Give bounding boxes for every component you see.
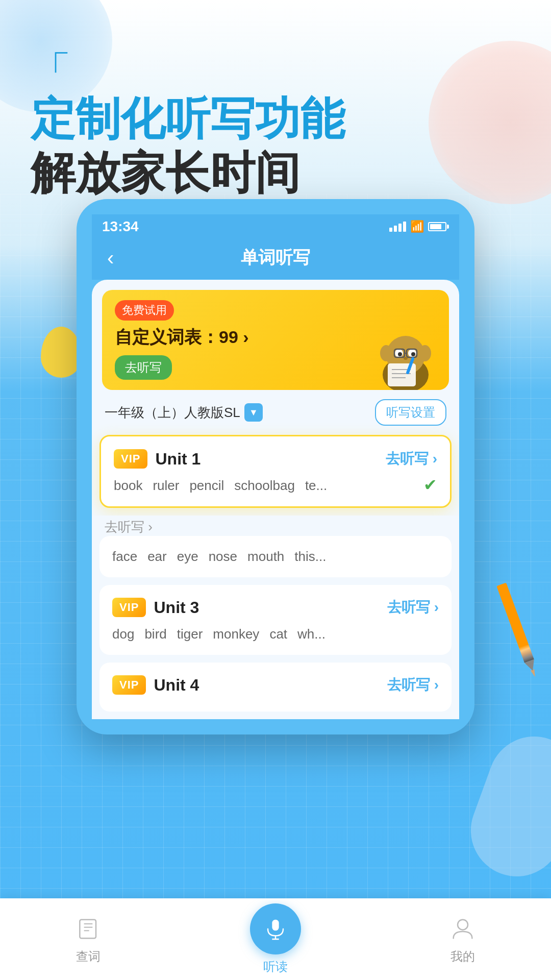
word-eye: eye	[177, 549, 198, 565]
settings-button[interactable]: 听写设置	[375, 399, 446, 426]
person-icon	[447, 914, 478, 944]
word-dog: dog	[112, 626, 134, 642]
grade-name: 一年级（上）人教版SL	[105, 404, 240, 422]
nav-title: 单词听写	[241, 246, 310, 270]
unit-card-2: face ear eye nose mouth this...	[99, 536, 452, 577]
grade-selector[interactable]: 一年级（上）人教版SL ▼	[105, 403, 263, 422]
unit-3-name: Unit 3	[154, 598, 199, 617]
person-svg	[450, 916, 475, 942]
unit-3-header: VIP Unit 3 去听写 ›	[112, 598, 439, 617]
unit-card-3: VIP Unit 3 去听写 › dog bird tiger monkey c…	[99, 585, 452, 655]
nav-item-chaoci[interactable]: 查词	[73, 914, 104, 965]
check-icon: ✔	[423, 475, 437, 495]
wifi-icon: 📶	[410, 220, 424, 233]
grade-row: 一年级（上）人教版SL ▼ 听写设置	[92, 390, 459, 435]
word-tiger: tiger	[177, 626, 203, 642]
word-schoolbag: schoolbag	[234, 478, 295, 494]
nav-label-wode: 我的	[450, 948, 475, 965]
svg-point-9	[404, 357, 408, 360]
unit-1-words: book ruler pencil schoolbag te... ✔	[114, 478, 437, 494]
nav-label-chaoci: 查词	[76, 948, 101, 965]
phone-content: 免费试用 自定义词表：99 › 去听写	[92, 280, 459, 719]
battery-fill	[430, 224, 441, 229]
unit-1-header: VIP Unit 1 去听写 ›	[114, 449, 437, 469]
phone-mockup: 13:34 📶 ‹ 单词听写	[77, 199, 474, 734]
svg-point-4	[398, 352, 402, 356]
word-bird: bird	[144, 626, 166, 642]
word-ruler: ruler	[153, 478, 179, 494]
nav-bar: ‹ 单词听写	[92, 241, 459, 280]
signal-bar-3	[398, 224, 402, 232]
word-face: face	[112, 549, 137, 565]
signal-bar-2	[394, 226, 397, 232]
signal-bar-1	[389, 228, 392, 232]
unit-3-action[interactable]: 去听写 ›	[387, 598, 439, 617]
battery-body	[428, 222, 446, 231]
word-mouth: mouth	[247, 549, 284, 565]
status-icons: 📶	[389, 220, 449, 233]
word-ear: ear	[147, 549, 167, 565]
dropdown-icon[interactable]: ▼	[244, 403, 263, 422]
unit-1-left: VIP Unit 1	[114, 449, 201, 469]
battery-tip	[447, 225, 449, 229]
nav-item-wode[interactable]: 我的	[447, 914, 478, 965]
bottom-navigation: 查词 听读 我的	[0, 898, 551, 980]
svg-rect-21	[272, 920, 279, 931]
vip-badge-1: VIP	[114, 449, 147, 469]
mascot	[372, 318, 439, 390]
mic-svg	[263, 916, 288, 942]
unit-2-sublabel: 去听写 ›	[105, 519, 153, 534]
bracket-left: 「	[31, 48, 71, 94]
svg-point-5	[411, 352, 415, 356]
svg-point-15	[380, 345, 392, 361]
book-svg	[76, 916, 101, 942]
word-monkey: monkey	[213, 626, 259, 642]
unit-1-name: Unit 1	[155, 450, 201, 469]
svg-point-16	[419, 345, 431, 361]
word-book: book	[114, 478, 142, 494]
battery-icon	[428, 222, 449, 231]
vip-badge-4: VIP	[112, 675, 146, 695]
signal-icon	[389, 222, 406, 232]
unit-card-4: VIP Unit 4 去听写 ›	[99, 663, 452, 712]
back-button[interactable]: ‹	[107, 247, 114, 270]
word-wh: wh...	[297, 626, 325, 642]
word-nose: nose	[209, 549, 237, 565]
word-te: te...	[305, 478, 327, 494]
word-cat: cat	[269, 626, 287, 642]
unit-2-area-label: 去听写 ›	[92, 516, 459, 536]
unit-2-words: face ear eye nose mouth this...	[112, 549, 439, 565]
book-icon	[73, 914, 104, 944]
mic-icon-circle[interactable]	[250, 903, 301, 954]
title-line1: 定制化听写功能	[31, 92, 345, 146]
svg-rect-17	[80, 920, 96, 939]
unit-1-action[interactable]: 去听写 ›	[386, 449, 437, 469]
status-time: 13:34	[102, 218, 139, 235]
unit-3-left: VIP Unit 3	[112, 598, 199, 617]
svg-point-24	[458, 920, 468, 930]
unit-card-1: VIP Unit 1 去听写 › book ruler pencil schoo…	[99, 435, 452, 508]
pencil-decoration	[510, 582, 520, 664]
unit-4-left: VIP Unit 4	[112, 675, 199, 695]
unit-3-words: dog bird tiger monkey cat wh...	[112, 626, 439, 642]
signal-bar-4	[403, 222, 406, 232]
nav-label-tindu: 听读	[263, 959, 288, 975]
banner[interactable]: 免费试用 自定义词表：99 › 去听写	[102, 290, 449, 390]
unit-4-action[interactable]: 去听写 ›	[387, 675, 439, 695]
banner-badge: 免费试用	[115, 300, 174, 321]
nav-item-tindu[interactable]: 听读	[250, 903, 301, 975]
word-pencil: pencil	[189, 478, 224, 494]
mascot-svg	[372, 318, 439, 390]
unit-4-name: Unit 4	[154, 676, 199, 695]
svg-rect-10	[388, 363, 416, 386]
phone-frame: 13:34 📶 ‹ 单词听写	[77, 199, 474, 734]
title-line2: 解放家长时间	[31, 146, 345, 200]
banner-button[interactable]: 去听写	[115, 355, 172, 380]
word-this: this...	[294, 549, 326, 565]
unit-4-header: VIP Unit 4 去听写 ›	[112, 675, 439, 695]
vip-badge-3: VIP	[112, 598, 146, 617]
status-bar: 13:34 📶	[92, 214, 459, 241]
